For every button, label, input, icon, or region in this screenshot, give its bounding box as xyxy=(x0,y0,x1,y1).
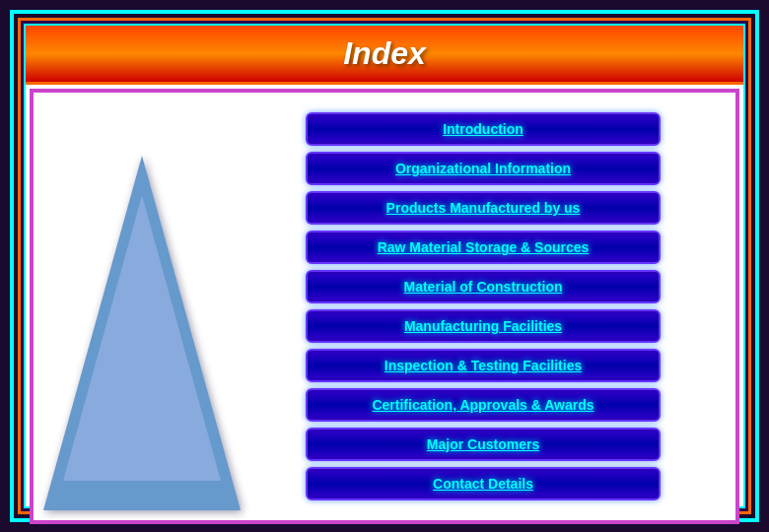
menu-item-manufacturing-facilities[interactable]: Manufacturing Facilities xyxy=(306,309,661,343)
menu-item-introduction[interactable]: Introduction xyxy=(306,112,661,146)
menu-item-certification-approvals[interactable]: Certification, Approvals & Awards xyxy=(306,388,661,422)
menu-item-raw-material-storage[interactable]: Raw Material Storage & Sources xyxy=(306,231,661,264)
page-header: Index xyxy=(26,26,743,85)
content-area: Index IntroductionOrganizational Informa… xyxy=(24,24,745,508)
menu-item-inspection-testing[interactable]: Inspection & Testing Facilities xyxy=(306,349,661,382)
page-title: Index xyxy=(343,35,426,72)
menu-item-products-manufactured[interactable]: Products Manufactured by us xyxy=(306,191,661,225)
menu-item-material-of-construction[interactable]: Material of Construction xyxy=(306,270,661,303)
menu-area: IntroductionOrganizational InformationPr… xyxy=(250,93,735,520)
inner-border: Index IntroductionOrganizational Informa… xyxy=(18,18,751,514)
outer-border: Index IntroductionOrganizational Informa… xyxy=(10,10,759,522)
menu-item-major-customers[interactable]: Major Customers xyxy=(306,428,661,461)
menu-item-contact-details[interactable]: Contact Details xyxy=(306,467,661,500)
triangle-graphic xyxy=(43,156,241,510)
main-content: IntroductionOrganizational InformationPr… xyxy=(30,89,739,524)
menu-item-organizational-information[interactable]: Organizational Information xyxy=(306,152,661,185)
triangle-area xyxy=(34,93,250,520)
